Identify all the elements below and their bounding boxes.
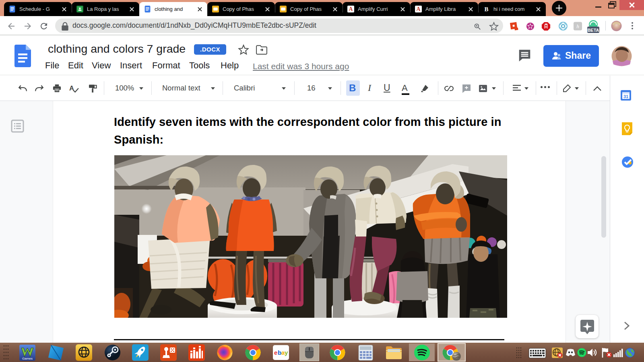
svg-text:e: e <box>274 349 277 356</box>
svg-text:31: 31 <box>623 94 628 99</box>
svg-text:b: b <box>278 349 281 356</box>
svg-text:Games: Games <box>22 357 33 360</box>
svg-text:A: A <box>349 6 353 12</box>
svg-text:BETA: BETA <box>587 28 599 33</box>
svg-text:A: A <box>417 6 421 12</box>
svg-text:B: B <box>485 6 489 12</box>
svg-text:h: h <box>576 23 579 29</box>
svg-text:y: y <box>285 349 288 356</box>
